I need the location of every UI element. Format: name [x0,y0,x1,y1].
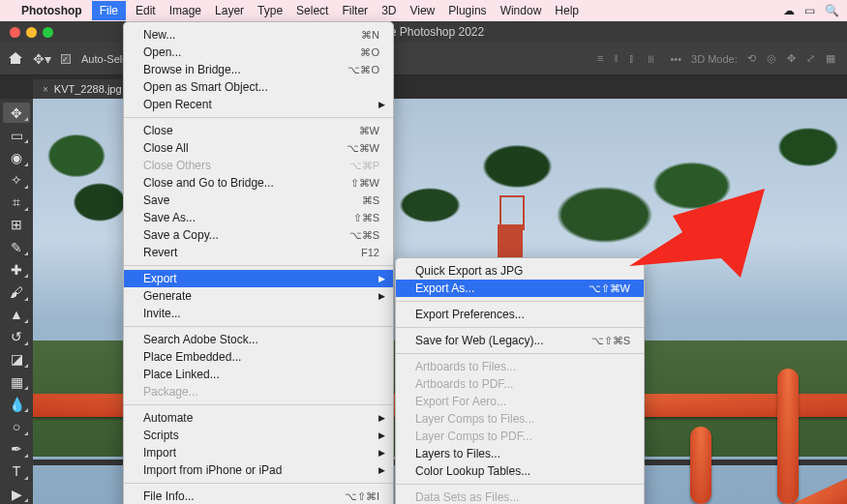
file-menu-item-generate[interactable]: Generate▶ [124,287,393,305]
menubar-view[interactable]: View [409,4,435,17]
tool-blur[interactable]: 💧 [3,394,30,414]
tool-crop[interactable]: ⌗ [3,193,30,213]
file-menu-item-search-adobe-stock[interactable]: Search Adobe Stock... [124,331,393,348]
menu-item-shortcut: ⌥⇧⌘I [345,490,379,503]
document-tab[interactable]: × KVT_2288.jpg [33,79,132,99]
menu-item-label: Layer Comps to Files... [415,412,630,426]
file-menu-item-import-from-iphone-or-ipad[interactable]: Import from iPhone or iPad▶ [124,461,393,479]
menu-item-label: Package... [143,385,379,399]
align-controls[interactable]: ≡ ⫴ ⫿ ⫼ [597,52,661,65]
menubar-edit[interactable]: Edit [136,4,156,17]
file-menu-item-save-as[interactable]: Save As...⇧⌘S [124,209,393,226]
minimize-window-button[interactable] [26,27,37,38]
tool-pen[interactable]: ✒ [3,439,30,460]
tool-lasso[interactable]: ◉ [3,147,30,167]
file-menu-separator [124,265,393,266]
close-tab-icon[interactable]: × [43,84,48,95]
menu-item-label: Close All [143,141,323,155]
menubar-select[interactable]: Select [296,4,328,17]
menu-item-label: Import [143,446,379,460]
move-tool-indicator[interactable]: ✥▾ [33,51,51,67]
submenu-arrow-icon: ▶ [378,413,385,423]
menu-item-label: Close [143,124,336,137]
menubar-type[interactable]: Type [257,4,283,17]
display-icon[interactable]: ▭ [804,4,815,17]
export-menu-item-export-as[interactable]: Export As...⌥⇧⌘W [396,280,644,297]
menubar-help[interactable]: Help [555,4,579,17]
menu-item-shortcut: ⌘O [360,46,379,59]
file-menu-item-place-embedded[interactable]: Place Embedded... [124,348,393,366]
export-menu-item-quick-export-as-jpg[interactable]: Quick Export as JPG [396,262,644,280]
tool-history-brush[interactable]: ↺ [3,327,30,347]
export-menu-item-color-lookup-tables[interactable]: Color Lookup Tables... [396,462,644,480]
tool-type[interactable]: T [3,461,30,482]
menubar-layer[interactable]: Layer [215,4,244,17]
menu-item-label: Quick Export as JPG [415,264,630,278]
tool-frame[interactable]: ⊞ [3,215,30,235]
tool-move[interactable]: ✥ [3,103,30,123]
tool-gradient[interactable]: ▦ [3,371,30,392]
menu-item-label: Save for Web (Legacy)... [415,334,568,347]
export-menu-item-save-for-web-legacy[interactable]: Save for Web (Legacy)...⌥⇧⌘S [396,332,644,349]
tool-marquee[interactable]: ▭ [3,125,30,145]
file-menu-item-close[interactable]: Close⌘W [124,122,393,139]
file-menu-item-new[interactable]: New...⌘N [124,26,393,44]
submenu-arrow-icon: ▶ [378,291,385,301]
submenu-arrow-icon: ▶ [378,274,385,283]
menu-item-shortcut: F12 [361,247,379,258]
file-menu-item-save[interactable]: Save⌘S [124,192,393,209]
file-menu-item-revert[interactable]: RevertF12 [124,244,393,261]
file-menu: New...⌘NOpen...⌘OBrowse in Bridge...⌥⌘OO… [123,21,394,504]
menu-item-label: Invite... [143,307,379,320]
export-menu-item-layers-to-files[interactable]: Layers to Files... [396,445,644,462]
menu-item-label: Export Preferences... [415,308,630,321]
file-menu-item-file-info[interactable]: File Info...⌥⇧⌘I [124,488,393,504]
file-menu-item-import[interactable]: Import▶ [124,444,393,461]
file-menu-separator [124,483,393,484]
tool-healing[interactable]: ✚ [3,259,30,280]
menu-item-label: Artboards to Files... [415,360,630,373]
file-menu-item-open-recent[interactable]: Open Recent▶ [124,96,393,113]
menubar-image[interactable]: Image [169,4,201,17]
menu-item-shortcut: ⇧⌘W [350,177,379,190]
file-menu-item-open-as-smart-object[interactable]: Open as Smart Object... [124,78,393,96]
cloud-icon[interactable]: ☁ [783,4,795,17]
tool-path-select[interactable]: ▶ [3,484,30,504]
close-window-button[interactable] [10,27,20,38]
file-menu-item-invite[interactable]: Invite... [124,305,393,322]
app-name-label[interactable]: Photoshop [21,4,82,17]
export-menu-item-export-preferences[interactable]: Export Preferences... [396,306,644,323]
tool-eraser[interactable]: ◪ [3,349,30,370]
file-menu-item-open[interactable]: Open...⌘O [124,44,393,61]
menubar-file[interactable]: File [92,1,126,20]
file-menu-item-browse-in-bridge[interactable]: Browse in Bridge...⌥⌘O [124,61,393,78]
menubar-plugins[interactable]: Plugins [448,4,486,17]
menubar-3d[interactable]: 3D [381,4,396,17]
tool-brush[interactable]: 🖌 [3,282,30,302]
menu-item-shortcut: ⇧⌘S [353,212,379,224]
home-button[interactable] [8,50,23,68]
file-menu-item-export[interactable]: Export▶ [124,270,393,287]
menubar-filter[interactable]: Filter [342,4,368,17]
export-menu-item-export-for-aero: Export For Aero... [396,393,644,410]
file-menu-item-close-all[interactable]: Close All⌥⌘W [124,139,393,157]
file-menu-item-place-linked[interactable]: Place Linked... [124,366,393,383]
file-menu-item-automate[interactable]: Automate▶ [124,409,393,427]
menu-item-label: Save a Copy... [143,228,326,242]
3d-mode-controls[interactable]: ⟲ ◎ ✥ ⤢ ▦ [747,52,839,65]
zoom-window-button[interactable] [43,27,53,38]
export-menu-item-artboards-to-pdf: Artboards to PDF... [396,375,644,393]
menu-item-shortcut: ⌥⌘S [349,229,379,242]
export-menu-item-data-sets-as-files: Data Sets as Files... [396,489,644,504]
menu-item-shortcut: ⌘S [362,194,379,207]
tool-eyedropper[interactable]: ✎ [3,237,30,257]
tool-dodge[interactable]: ○ [3,416,30,436]
menubar-window[interactable]: Window [500,4,542,17]
file-menu-item-close-and-go-to-bridge[interactable]: Close and Go to Bridge...⇧⌘W [124,174,393,192]
tool-wand[interactable]: ✧ [3,170,30,191]
file-menu-item-save-a-copy[interactable]: Save a Copy...⌥⌘S [124,226,393,244]
menu-item-label: Save As... [143,211,330,224]
tool-clone[interactable]: ▲ [3,305,30,325]
search-icon[interactable]: 🔍 [825,4,839,17]
file-menu-item-scripts[interactable]: Scripts▶ [124,427,393,444]
